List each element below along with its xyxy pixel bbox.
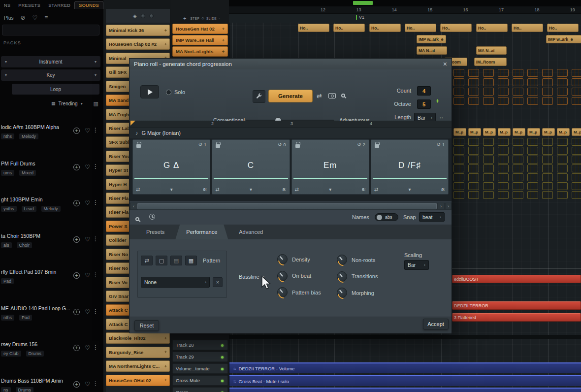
chord-card[interactable]: ↺2Em⇄▾9: — [291, 139, 369, 195]
audio-clip[interactable]: IM..Room — [474, 58, 507, 66]
pattern-clip[interactable]: M..p — [513, 128, 525, 136]
pattern-clip[interactable]: M..p — [498, 128, 511, 136]
mini-clip[interactable] — [557, 164, 568, 172]
mini-clip[interactable] — [498, 97, 509, 105]
audio-clip[interactable]: Ho.. — [547, 24, 579, 32]
mini-clip[interactable] — [453, 69, 464, 77]
mini-clip[interactable] — [572, 78, 581, 86]
mini-clip[interactable] — [468, 173, 479, 181]
mini-clip[interactable] — [453, 147, 464, 155]
more-icon[interactable]: ⋮ — [93, 235, 98, 242]
browser-tab-ns[interactable]: NS — [0, 1, 14, 9]
more-icon[interactable]: ⋮ — [93, 127, 98, 133]
mini-clip[interactable] — [513, 182, 523, 190]
lock-icon[interactable] — [216, 144, 220, 148]
lock-icon[interactable] — [375, 144, 379, 148]
knob-pattern-bias[interactable]: Pattern bias — [277, 287, 321, 297]
mini-clip[interactable] — [513, 88, 523, 96]
audio-clip[interactable]: MA N..at — [476, 46, 507, 55]
red-clip[interactable]: DEDZII TERROR — [452, 301, 581, 310]
mini-clip[interactable] — [483, 147, 494, 155]
channel-target-icon[interactable]: + — [164, 350, 167, 355]
mini-clip[interactable] — [572, 138, 581, 146]
lock-icon[interactable] — [295, 144, 300, 148]
add-circle-icon[interactable]: + — [73, 381, 80, 388]
pattern-clip[interactable]: M..p — [527, 128, 540, 136]
mini-clip[interactable] — [557, 182, 568, 190]
mini-clip[interactable] — [557, 97, 568, 105]
scroll-extra-icon[interactable]: › — [446, 203, 451, 209]
mini-clip[interactable] — [513, 147, 523, 155]
mini-clip[interactable] — [498, 138, 509, 146]
mini-clip[interactable] — [572, 69, 581, 77]
mini-clip[interactable] — [557, 156, 568, 163]
channel-button[interactable]: HouseGen Clap 02 #2+ — [106, 38, 170, 50]
playlist-track-header[interactable]: MA Nort..nLights+ — [172, 46, 228, 57]
mini-clip[interactable] — [468, 182, 479, 190]
pattern-clip[interactable]: M..p — [572, 128, 581, 136]
volume-knob[interactable] — [149, 14, 154, 18]
red-clip[interactable]: 3 Flattened — [452, 313, 581, 322]
voicing-swap-icon[interactable]: ⇄ — [215, 187, 219, 192]
names-toggle[interactable]: abs — [375, 213, 398, 221]
mini-clip[interactable] — [453, 164, 464, 172]
knob-morphing[interactable]: Morphing — [337, 288, 374, 298]
pattern-clip[interactable]: M..p — [557, 128, 570, 136]
pattern-clip[interactable]: M..p — [542, 128, 555, 136]
mini-clip[interactable] — [498, 173, 509, 181]
mini-clip[interactable] — [513, 164, 523, 172]
mini-clip[interactable] — [453, 191, 464, 199]
playlist-track-header[interactable]: Track 29 — [172, 352, 228, 362]
chord-card[interactable]: ↺1D /F♯⇄▾9: — [371, 139, 449, 195]
tab-performance[interactable]: Performance — [175, 225, 228, 239]
mini-clip[interactable] — [527, 147, 538, 155]
mini-clip[interactable] — [498, 147, 509, 155]
mini-clip[interactable] — [542, 173, 553, 181]
mini-clip[interactable] — [468, 147, 479, 155]
instrument-filter[interactable]: ▾ Instrument ▾ — [1, 56, 100, 67]
length-extend-icon[interactable]: ↔ — [439, 114, 444, 120]
automation-clip[interactable]: ≈Gross Beat - — [229, 388, 581, 392]
sound-list-item[interactable]: PM Full DrumsumsMixed+♡⋮ — [0, 157, 103, 193]
solo-radio[interactable]: Solo — [166, 89, 185, 95]
channel-button[interactable]: Burgundy_Rise+ — [106, 347, 170, 358]
lock-icon[interactable] — [136, 144, 141, 148]
mini-clip[interactable] — [557, 69, 568, 77]
track-target-icon[interactable]: + — [222, 27, 225, 32]
refresh-icon[interactable]: ⇄ — [141, 256, 153, 265]
chord-card[interactable]: ↺1G Δ⇄▾9: — [132, 139, 210, 195]
mini-clip[interactable] — [542, 147, 553, 155]
accept-button[interactable]: Accept — [423, 319, 449, 329]
octave-value[interactable]: 5 — [417, 99, 431, 109]
sound-list-item[interactable]: lodic A#m 160BPM AlphanthsMelody+♡⋮ — [0, 120, 103, 157]
mini-clip[interactable] — [572, 191, 581, 199]
mini-clip[interactable] — [513, 69, 523, 77]
key-filter[interactable]: ▾ Key ▾ — [1, 69, 100, 81]
mini-clip[interactable] — [513, 191, 523, 199]
playlist-track-header[interactable]: Track 28 — [172, 340, 228, 350]
scaling-dropdown[interactable]: Bar› — [404, 260, 429, 270]
marker-row[interactable]: V1 — [229, 14, 581, 23]
sort-trending[interactable]: ▦ Trending ▾ ▥ — [0, 98, 103, 109]
mini-clip[interactable] — [498, 78, 509, 86]
channel-target-icon[interactable]: + — [164, 336, 167, 341]
pattern-clip[interactable]: M..p — [453, 128, 466, 136]
bass-clef-icon[interactable]: 9: — [441, 187, 445, 192]
audio-clip[interactable]: Ho.. — [512, 24, 543, 32]
audio-clip[interactable]: IMP w..ark_e — [417, 35, 446, 43]
channel-target-icon[interactable]: + — [164, 28, 167, 33]
scroll-right-icon[interactable]: › — [438, 203, 444, 209]
marker-v1[interactable]: V1 — [356, 15, 364, 20]
mini-clip[interactable] — [453, 78, 464, 86]
mini-clip[interactable] — [542, 191, 553, 199]
mini-clip[interactable] — [527, 173, 538, 181]
chord-dropdown-icon[interactable]: ▾ — [250, 187, 252, 192]
mini-clip[interactable] — [572, 97, 581, 105]
audio-clip[interactable]: Ho.. — [333, 24, 365, 32]
history-icon[interactable] — [149, 214, 155, 220]
more-icon[interactable]: ⋮ — [93, 344, 98, 351]
reset-button[interactable]: Reset — [134, 320, 159, 331]
scrollbar-thumb[interactable] — [137, 203, 437, 209]
snap-dropdown[interactable]: beat› — [419, 212, 445, 222]
mini-clip[interactable] — [557, 88, 568, 96]
